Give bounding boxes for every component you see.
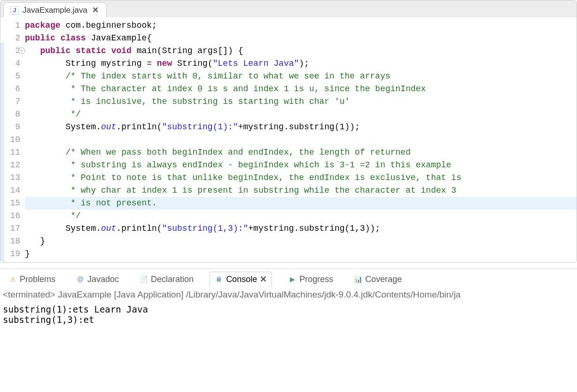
console-status-line: <terminated> JavaExample [Java Applicati… [0,290,577,301]
line-number-gutter[interactable]: 123−45678910111213141516171819 [4,17,25,262]
code-line[interactable]: } [25,235,577,248]
console-icon: 🖥 [215,275,223,283]
line-number[interactable]: 12 [6,159,20,172]
view-tab-label: Javadoc [87,274,119,284]
view-tab-declaration[interactable]: 📄Declaration [135,273,198,286]
code-line[interactable]: */ [25,108,577,121]
line-number[interactable]: 17 [6,222,20,235]
line-number[interactable]: 6 [6,83,20,95]
view-tab-label: Coverage [365,274,402,284]
view-tab-problems[interactable]: ⚠Problems [4,273,60,286]
view-tab-label: Console [226,274,257,284]
code-line[interactable]: * why char at index 1 is present in subs… [25,184,577,197]
view-tab-progress[interactable]: ▶Progress [283,273,338,286]
view-tab-label: Problems [20,274,55,284]
code-line[interactable] [25,133,577,146]
code-line[interactable]: } [25,248,577,260]
line-number[interactable]: 16 [6,210,20,222]
code-line[interactable]: public static void main(String args[]) { [25,45,577,57]
code-line[interactable]: /* When we pass both beginIndex and endI… [25,146,577,159]
view-tab-javadoc[interactable]: @Javadoc [71,273,124,286]
line-number[interactable]: 13 [6,172,20,184]
code-line[interactable]: System.out.println("substring(1,3):"+mys… [25,222,577,235]
code-line[interactable]: * substring is always endIndex - beginIn… [25,159,577,172]
code-lines[interactable]: package com.beginnersbook;public class J… [25,17,577,262]
fold-toggle-icon[interactable]: − [18,47,25,54]
line-number[interactable]: 2 [6,32,20,45]
line-number[interactable]: 9 [6,121,20,133]
view-tab-console[interactable]: 🖥Console ✕ [210,272,272,287]
editor-tab-bar: J JavaExample.java ✕ [0,0,577,17]
java-file-icon: J [10,6,19,15]
line-number[interactable]: 19 [6,248,20,260]
close-icon[interactable]: ✕ [91,5,100,15]
line-number[interactable]: 11 [6,146,20,159]
code-line[interactable]: System.out.println("substring(1):"+mystr… [25,121,577,133]
console-line: substring(1,3):et [3,314,574,325]
javadoc-icon: @ [76,275,85,283]
line-number[interactable]: 1 [6,19,20,32]
line-number[interactable]: 7 [6,95,20,108]
code-line[interactable]: * is inclusive, the substring is startin… [25,95,577,108]
close-icon[interactable]: ✕ [260,274,267,284]
line-number[interactable]: 18 [6,235,20,248]
view-tab-coverage[interactable]: 📊Coverage [349,273,406,286]
view-tab-label: Progress [299,274,333,284]
line-number[interactable]: 4 [6,57,20,70]
code-line[interactable]: String mystring = new String("Lets Learn… [25,57,577,70]
line-number[interactable]: 8 [6,108,20,121]
line-number[interactable]: 15 [6,197,20,210]
view-tab-label: Declaration [151,274,194,284]
code-area[interactable]: 123−45678910111213141516171819 package c… [0,17,577,262]
line-number[interactable]: 14 [6,184,20,197]
code-line[interactable]: package com.beginnersbook; [25,19,577,32]
progress-icon: ▶ [288,275,296,283]
editor-tab[interactable]: J JavaExample.java ✕ [3,2,107,17]
editor-panel: J JavaExample.java ✕ 123−456789101112131… [0,0,577,263]
line-number[interactable]: 3− [6,45,20,57]
console-line: substring(1):ets Learn Java [3,304,574,314]
bottom-views-bar: ⚠Problems@Javadoc📄Declaration🖥Console ✕▶… [0,268,577,290]
console-output[interactable]: substring(1):ets Learn Javasubstring(1,3… [0,301,577,334]
code-line[interactable]: /* The index starts with 0, similar to w… [25,70,577,83]
line-number[interactable]: 10 [6,133,20,146]
marker-strip [0,17,4,262]
code-line[interactable]: * is not present. [25,197,577,210]
problems-icon: ⚠ [8,275,17,283]
line-number[interactable]: 5 [6,70,20,83]
code-line[interactable]: * The character at index 0 is s and inde… [25,83,577,95]
declaration-icon: 📄 [140,275,148,283]
code-line[interactable]: * Point to note is that unlike beginInde… [25,172,577,184]
editor-tab-label: JavaExample.java [23,6,87,15]
coverage-icon: 📊 [354,275,362,283]
code-line[interactable]: public class JavaExample{ [25,32,577,45]
code-line[interactable]: */ [25,210,577,222]
